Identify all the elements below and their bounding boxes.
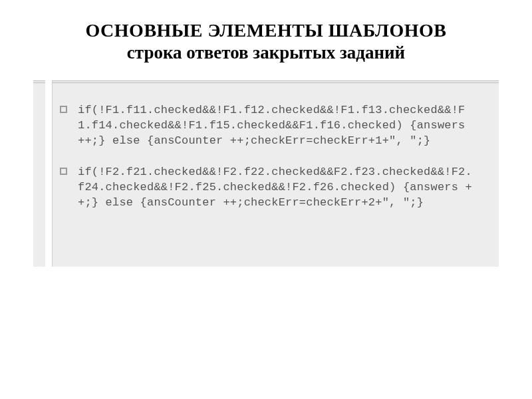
list-item: if(!F2.f21.checked&&!F2.f22.checked&&F2.… [60,165,479,211]
bullet-text: if(!F2.f21.checked&&!F2.f22.checked&&F2.… [78,165,479,211]
content-box: if(!F1.f11.checked&&!F1.f12.checked&&!F1… [33,80,499,267]
title-line-1: ОСНОВНЫЕ ЭЛЕМЕНТЫ ШАБЛОНОВ [33,20,499,41]
list-item: if(!F1.f11.checked&&!F1.f12.checked&&!F1… [60,103,479,149]
bullet-square-icon [60,106,67,113]
slide: ОСНОВНЫЕ ЭЛЕМЕНТЫ ШАБЛОНОВ строка ответо… [0,0,532,399]
title-line-2: строка ответов закрытых заданий [33,43,499,63]
bullet-square-icon [60,168,67,175]
title-block: ОСНОВНЫЕ ЭЛЕМЕНТЫ ШАБЛОНОВ строка ответо… [33,20,499,63]
bullet-text: if(!F1.f11.checked&&!F1.f12.checked&&!F1… [78,103,479,149]
